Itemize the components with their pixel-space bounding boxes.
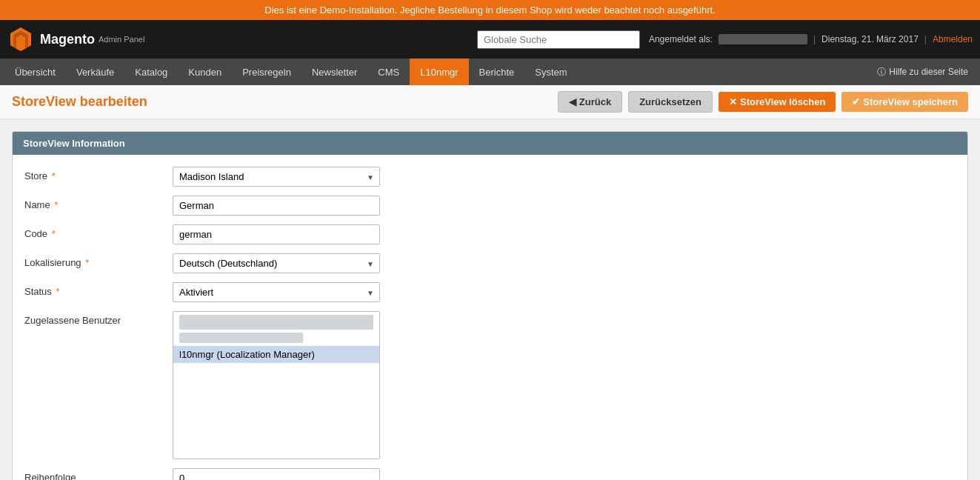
status-label: Status *: [24, 282, 173, 297]
help-link[interactable]: ⓘ Hilfe zu dieser Seite: [870, 59, 976, 85]
delete-button[interactable]: ✕ StoreView löschen: [719, 92, 836, 112]
nav-item-cms[interactable]: CMS: [367, 59, 410, 85]
help-label: Hilfe zu dieser Seite: [889, 67, 968, 77]
store-row: Store * Madison Island: [24, 167, 956, 187]
nav-item-berichte[interactable]: Berichte: [469, 59, 525, 85]
nav-item-katalog[interactable]: Katalog: [124, 59, 178, 85]
reihenfolge-label: Reihenfolge: [24, 468, 173, 480]
benutzer-label: Zugelassene Benutzer: [24, 311, 173, 326]
help-icon: ⓘ: [877, 66, 886, 79]
logo-text: Magento: [40, 32, 95, 47]
lokalisierung-required: *: [83, 257, 90, 268]
reset-label: Zurücksetzen: [639, 96, 701, 107]
content: StoreView Information Store * Madison Is…: [0, 119, 980, 480]
code-row: Code *: [24, 224, 956, 244]
reset-button[interactable]: Zurücksetzen: [628, 91, 713, 113]
svg-marker-2: [16, 35, 25, 52]
nav-item-preisregeln[interactable]: Preisregeln: [232, 59, 301, 85]
lokalisierung-select[interactable]: Deutsch (Deutschland): [173, 253, 380, 273]
store-required: *: [49, 170, 56, 181]
code-label: Code *: [24, 224, 173, 239]
header-search-area: [477, 30, 640, 49]
blurred-item-1: [179, 315, 373, 330]
store-select-wrapper: Madison Island: [173, 167, 380, 187]
name-label: Name *: [24, 196, 173, 210]
status-select[interactable]: Aktiviert Deaktiviert: [173, 282, 380, 302]
code-required: *: [49, 228, 56, 239]
benutzer-item-l10nmgr[interactable]: l10nmgr (Localization Manager): [173, 346, 379, 363]
benutzer-multiselect[interactable]: l10nmgr (Localization Manager): [173, 311, 380, 459]
toolbar: StoreView bearbeiten ◀ Zurück Zurücksetz…: [0, 85, 980, 119]
reihenfolge-row: Reihenfolge: [24, 468, 956, 480]
nav-bar: Übersicht Verkäufe Katalog Kunden Preisr…: [0, 59, 980, 85]
store-label: Store *: [24, 167, 173, 181]
back-button[interactable]: ◀ Zurück: [558, 91, 622, 113]
name-required: *: [52, 199, 59, 210]
global-search-input[interactable]: [477, 30, 640, 49]
back-arrow-icon: ◀: [569, 96, 576, 107]
date-text: Dienstag, 21. März 2017: [821, 34, 919, 44]
reihenfolge-input[interactable]: [173, 468, 380, 480]
status-row: Status * Aktiviert Deaktiviert: [24, 282, 956, 302]
name-row: Name *: [24, 196, 956, 216]
delete-label: StoreView löschen: [740, 96, 825, 107]
lokalisierung-select-wrapper: Deutsch (Deutschland): [173, 253, 380, 273]
status-required: *: [53, 286, 60, 297]
header-right: Angemeldet als: | Dienstag, 21. März 201…: [649, 34, 973, 44]
logout-link[interactable]: Abmelden: [933, 34, 973, 44]
status-select-wrapper: Aktiviert Deaktiviert: [173, 282, 380, 302]
storeview-section: StoreView Information Store * Madison Is…: [12, 131, 968, 480]
nav-item-system[interactable]: System: [524, 59, 577, 85]
magento-logo-icon: [7, 26, 34, 53]
nav-item-kunden[interactable]: Kunden: [178, 59, 232, 85]
save-button[interactable]: ✔ StoreView speichern: [841, 92, 968, 112]
benutzer-row: Zugelassene Benutzer l10nmgr (Localizati…: [24, 311, 956, 459]
nav-item-l10nmgr[interactable]: L10nmgr: [410, 59, 468, 85]
save-label: StoreView speichern: [863, 96, 958, 107]
section-header: StoreView Information: [13, 132, 967, 155]
lokalisierung-label: Lokalisierung *: [24, 253, 173, 268]
demo-banner: Dies ist eine Demo-Installation. Jeglich…: [0, 0, 980, 20]
lokalisierung-row: Lokalisierung * Deutsch (Deutschland): [24, 253, 956, 273]
code-input[interactable]: [173, 224, 380, 244]
blurred-item-2: [179, 333, 303, 343]
logged-in-label: Angemeldet als:: [649, 34, 713, 44]
nav-item-verkaufe[interactable]: Verkäufe: [66, 59, 124, 85]
name-input[interactable]: [173, 196, 380, 216]
back-label: Zurück: [579, 96, 611, 107]
delete-icon: ✕: [729, 96, 737, 107]
logo-sub: Admin Panel: [99, 35, 144, 44]
save-icon: ✔: [852, 96, 860, 107]
nav-item-newsletter[interactable]: Newsletter: [301, 59, 367, 85]
logo-area: Magento Admin Panel: [7, 26, 477, 53]
page-title: StoreView bearbeiten: [12, 94, 552, 110]
nav-item-ubersicht[interactable]: Übersicht: [4, 59, 66, 85]
username-bar: [719, 34, 807, 44]
header: Magento Admin Panel Angemeldet als: | Di…: [0, 20, 980, 59]
store-select[interactable]: Madison Island: [173, 167, 380, 187]
form-body: Store * Madison Island Name * Code *: [13, 155, 967, 480]
